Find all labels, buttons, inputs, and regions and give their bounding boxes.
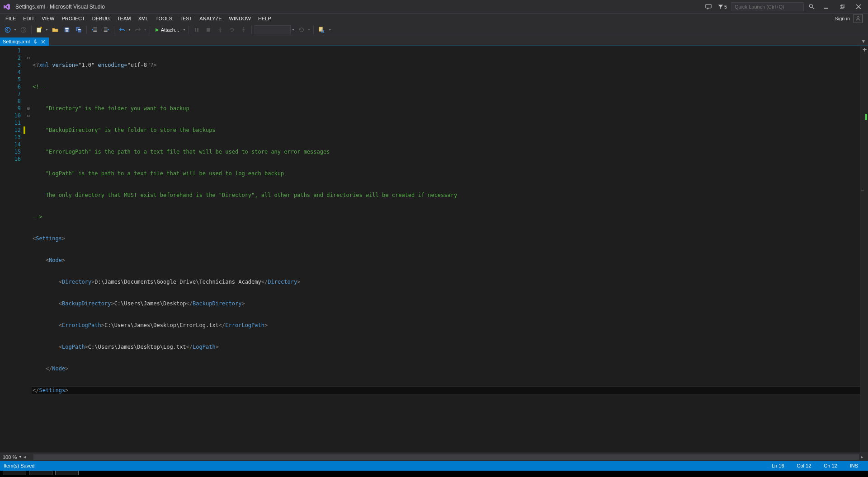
menu-project[interactable]: PROJECT	[58, 15, 88, 22]
svg-rect-14	[66, 30, 68, 32]
toolbar-separator	[86, 26, 87, 34]
search-icon[interactable]	[807, 2, 816, 12]
zoom-combo[interactable]: 100 % ▼	[3, 454, 22, 460]
svg-point-8	[857, 17, 859, 19]
play-icon: ▶	[156, 27, 159, 32]
svg-rect-27	[197, 28, 198, 32]
menu-test[interactable]: TEST	[176, 15, 196, 22]
status-ins: INS	[844, 463, 864, 468]
svg-point-29	[220, 31, 221, 33]
tab-settings-xml[interactable]: Settings.xml	[0, 37, 49, 46]
menu-view[interactable]: VIEW	[38, 15, 58, 22]
menu-window[interactable]: WINDOW	[226, 15, 255, 22]
signin-link[interactable]: Sign in	[835, 16, 850, 21]
split-editor-icon[interactable]: ✚	[861, 46, 868, 53]
svg-line-34	[323, 32, 324, 33]
nav-back-button[interactable]	[3, 25, 13, 35]
overview-ruler[interactable]: ✚	[860, 46, 868, 453]
horizontal-scrollbar[interactable]	[33, 454, 859, 460]
window-title: Settings.xml - Microsoft Visual Studio	[15, 4, 105, 10]
taskbar-item[interactable]	[29, 471, 52, 475]
quick-launch-input[interactable]	[731, 2, 804, 11]
notifications-count: 5	[724, 4, 727, 9]
svg-point-30	[231, 31, 233, 32]
redo-dropdown[interactable]: ▼	[144, 28, 147, 31]
svg-rect-17	[78, 29, 80, 30]
line-number-gutter: 1 2 3 4 5 6 7 8 9 10 11 12 13 14 15 16	[0, 46, 24, 453]
open-file-button[interactable]	[50, 25, 60, 35]
nav-back-dropdown[interactable]: ▼	[14, 28, 17, 31]
taskbar-item[interactable]	[3, 471, 26, 475]
feedback-icon[interactable]	[703, 2, 713, 12]
attach-button[interactable]: ▶ Attach...	[153, 26, 182, 33]
vs-logo-icon	[3, 3, 11, 11]
svg-point-31	[243, 27, 245, 28]
save-button[interactable]	[62, 25, 72, 35]
toolbar-separator	[189, 26, 189, 34]
menu-team[interactable]: TEAM	[113, 15, 135, 22]
attach-dropdown[interactable]: ▼	[183, 28, 186, 31]
toolbar-separator	[150, 26, 150, 34]
document-tabs: Settings.xml ▼	[0, 36, 868, 46]
nav-forward-button[interactable]	[19, 25, 28, 35]
undo-dropdown[interactable]: ▼	[128, 28, 131, 31]
editor[interactable]: 1 2 3 4 5 6 7 8 9 10 11 12 13 14 15 16 ⊟…	[0, 46, 868, 453]
new-project-button[interactable]	[34, 25, 44, 35]
menu-xml[interactable]: XML	[134, 15, 152, 22]
menu-debug[interactable]: DEBUG	[89, 15, 113, 22]
status-line: Ln 16	[765, 463, 791, 468]
process-combo[interactable]	[255, 25, 291, 34]
menu-tools[interactable]: TOOLS	[152, 15, 176, 22]
hscroll-right[interactable]: ▸	[859, 454, 865, 460]
break-all-button[interactable]	[192, 25, 202, 35]
pin-icon[interactable]	[33, 39, 38, 44]
user-icon[interactable]	[854, 14, 863, 23]
indent-button[interactable]	[101, 25, 111, 35]
statusbar: Item(s) Saved Ln 16 Col 12 Ch 12 INS	[0, 461, 868, 471]
menu-analyze[interactable]: ANALYZE	[196, 15, 225, 22]
outdent-button[interactable]	[90, 25, 99, 35]
stop-button[interactable]	[203, 25, 213, 35]
find-in-files-button[interactable]	[316, 25, 326, 35]
undo-button[interactable]	[117, 25, 127, 35]
svg-rect-28	[207, 28, 210, 32]
redo-button[interactable]	[133, 25, 143, 35]
step-into-button[interactable]	[215, 25, 225, 35]
status-column: Col 12	[791, 463, 818, 468]
status-char: Ch 12	[817, 463, 843, 468]
toolbar-separator	[114, 26, 114, 34]
step-out-button[interactable]	[239, 25, 249, 35]
attach-label: Attach...	[161, 27, 179, 33]
menu-file[interactable]: FILE	[2, 15, 19, 22]
chevron-down-icon: ▼	[19, 455, 22, 458]
fold-toggle[interactable]: ⊟	[25, 105, 32, 112]
svg-rect-26	[195, 28, 196, 32]
svg-point-10	[21, 27, 26, 32]
toolbar-overflow[interactable]: ▾	[329, 28, 331, 32]
step-over-button[interactable]	[227, 25, 237, 35]
notifications-button[interactable]: 5	[716, 4, 729, 9]
refresh-dropdown[interactable]: ▼	[307, 28, 311, 31]
hscroll-left[interactable]: ◂	[22, 454, 28, 460]
fold-toggle[interactable]: ⊟	[25, 112, 32, 119]
toolbar: ▼ ▼ ▼ ▼ ▶ Attach... ▼ ▼ ▼ ▾	[0, 23, 868, 36]
minimize-button[interactable]	[819, 2, 833, 12]
fold-toggle[interactable]: ⊟	[25, 54, 32, 61]
new-project-dropdown[interactable]: ▼	[45, 28, 48, 31]
close-tab-icon[interactable]	[41, 39, 46, 44]
maximize-button[interactable]	[835, 2, 849, 12]
save-all-button[interactable]	[74, 25, 84, 35]
taskbar-item[interactable]	[55, 471, 79, 475]
process-combo-dropdown[interactable]: ▼	[292, 28, 295, 31]
tab-filename: Settings.xml	[3, 39, 30, 44]
svg-point-1	[809, 4, 812, 7]
menu-help[interactable]: HELP	[255, 15, 275, 22]
menu-edit[interactable]: EDIT	[19, 15, 38, 22]
tab-dropdown-button[interactable]: ▼	[859, 37, 868, 46]
code-area[interactable]: <?xml version="1.0" encoding="utf-8"?> <…	[32, 46, 860, 453]
close-button[interactable]	[852, 2, 865, 12]
svg-rect-3	[824, 8, 828, 9]
svg-rect-13	[65, 28, 68, 29]
refresh-button[interactable]	[297, 25, 307, 35]
editor-bottom-bar: 100 % ▼ ◂ ▸	[0, 453, 868, 461]
